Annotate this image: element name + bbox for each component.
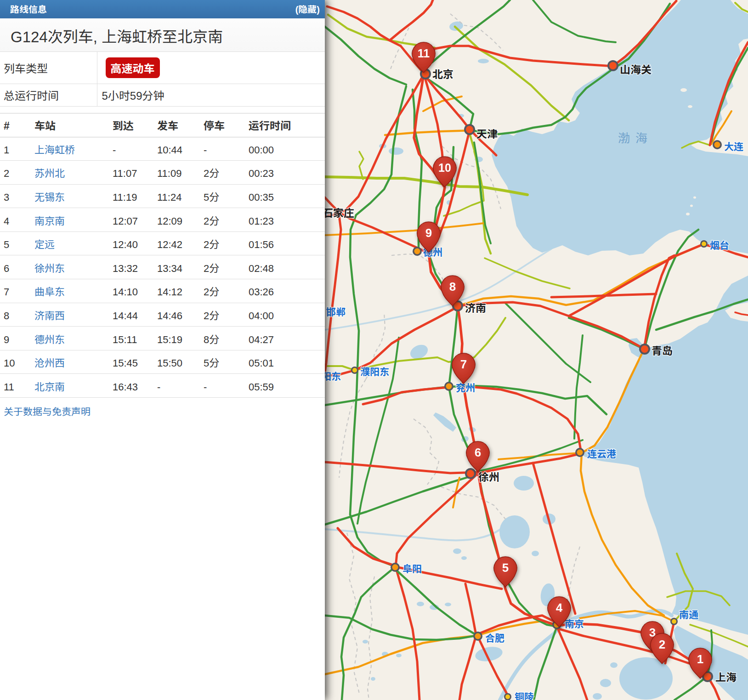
svg-text:合肥: 合肥 xyxy=(485,631,504,644)
svg-text:天津: 天津 xyxy=(476,125,498,141)
svg-text:1: 1 xyxy=(697,652,703,666)
svg-text:南京: 南京 xyxy=(565,616,584,630)
svg-text:渤海: 渤海 xyxy=(618,129,653,146)
svg-text:7: 7 xyxy=(460,357,467,371)
svg-text:青岛: 青岛 xyxy=(652,342,673,358)
svg-text:大连: 大连 xyxy=(724,139,743,153)
svg-text:徐州: 徐州 xyxy=(478,469,499,484)
svg-text:6: 6 xyxy=(475,446,481,459)
svg-text:9: 9 xyxy=(425,226,432,240)
svg-text:连云港: 连云港 xyxy=(587,446,616,460)
svg-text:4: 4 xyxy=(556,601,563,615)
svg-text:兖州: 兖州 xyxy=(456,380,475,394)
svg-text:阜阳: 阜阳 xyxy=(402,561,422,575)
svg-text:南通: 南通 xyxy=(679,607,698,621)
svg-text:邯郸: 邯郸 xyxy=(326,305,346,318)
svg-text:8: 8 xyxy=(449,280,456,294)
svg-text:濮阳东: 濮阳东 xyxy=(360,364,389,378)
svg-text:上海: 上海 xyxy=(715,669,737,684)
svg-text:山海关: 山海关 xyxy=(620,61,652,77)
svg-text:北京: 北京 xyxy=(432,66,453,81)
svg-text:5: 5 xyxy=(502,561,509,575)
svg-text:10: 10 xyxy=(438,161,451,174)
svg-text:铜陵: 铜陵 xyxy=(515,689,534,700)
svg-text:2: 2 xyxy=(659,638,665,651)
svg-text:济南: 济南 xyxy=(465,299,486,315)
svg-text:烟台: 烟台 xyxy=(710,238,729,252)
svg-text:石家庄: 石家庄 xyxy=(323,204,354,220)
svg-text:11: 11 xyxy=(418,47,430,60)
